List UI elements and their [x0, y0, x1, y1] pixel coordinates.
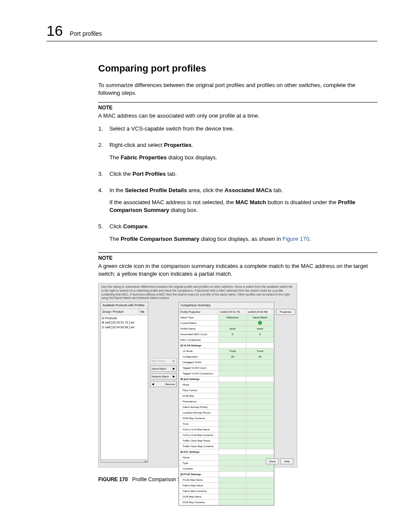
tree-row[interactable]: ⊞ sw0 [10.24.51.73 ] sw: [102, 320, 147, 325]
row-value-ref: samir: [219, 326, 246, 331]
step-number: 3.: [98, 170, 109, 182]
row-value-target: [246, 426, 274, 432]
arrow-left-icon: ◀: [152, 383, 154, 386]
chapter-title: Port profiles: [70, 30, 102, 37]
row-label: L2 Mode: [179, 348, 219, 354]
row-label: Tagged VLAN Comparison: [179, 370, 219, 376]
row-label: Precedence: [179, 398, 219, 404]
row-value-target: [246, 387, 274, 393]
row-label: Fabric Remap Priority: [179, 404, 219, 410]
step-list: 1.Select a VCS-capable switch from the d…: [98, 125, 377, 247]
step-number: 2.: [98, 141, 109, 165]
row-value-target: [246, 477, 274, 482]
row-value-target: [246, 365, 274, 370]
row-value-ref: [219, 432, 246, 438]
column-header[interactable]: sw0[10.24.60.58]: [246, 309, 274, 314]
row-value-ref: [219, 382, 246, 387]
note-rule: [98, 102, 377, 103]
row-label: Overall Match: [179, 320, 219, 326]
row-label: Tagged VLAN Count: [179, 365, 219, 370]
tree-body[interactable]: ⊟ Products ⊞ sw0 [10.24.51.73 ] sw ⊡ sw0…: [101, 315, 148, 459]
row-label: ⊟ QoS Settings: [179, 376, 219, 382]
tree-row[interactable]: ⊟ Products: [102, 316, 147, 321]
note-label: NOTE: [98, 104, 377, 112]
row-value-target: [246, 482, 274, 488]
close-button[interactable]: Close: [266, 458, 279, 464]
row-value-target: [246, 466, 274, 471]
note-text: A MAC address can be associated with onl…: [98, 112, 377, 120]
row-label: Configuration: [179, 354, 219, 359]
chapter-number: 16: [47, 22, 63, 39]
body-content: Comparing port profiles To summarize dif…: [98, 62, 377, 483]
row-value-ref: [219, 477, 246, 482]
arrow-right-icon: ▶: [173, 367, 175, 370]
column-header[interactable]: sw0[10.24.51.73]: [219, 309, 246, 314]
step-text: Right-click and select Properties.: [109, 141, 377, 149]
row-value-ref: [219, 387, 246, 393]
row-label: CoS to CoS Map Name: [179, 426, 219, 432]
row-value-target: [246, 499, 274, 505]
row-value-ref: [219, 421, 246, 426]
row-label: Flow Control: [179, 387, 219, 393]
row-value-target: [246, 471, 274, 477]
arrow-right-icon: ▶: [173, 375, 175, 378]
row-value-target: [246, 382, 274, 387]
row-value-ref: [219, 482, 246, 488]
row-value-ref: [219, 359, 246, 365]
dialog-description: Use this dialog to summarize differences…: [99, 283, 297, 302]
row-label: Untagged VLAN: [179, 359, 219, 365]
tree-row[interactable]: ⊡ sw0 [10.24.60.58 ] sw: [102, 325, 147, 330]
row-value-target: [246, 370, 274, 376]
row-value-target: [246, 359, 274, 365]
row-value-ref: [219, 471, 246, 477]
tree-col-header[interactable]: Na: [139, 309, 148, 315]
row-value-ref: Trunk: [219, 348, 246, 354]
row-value-target: samir: [246, 326, 274, 331]
column-header[interactable]: Profile Properties: [179, 309, 219, 314]
row-value-ref: [219, 488, 246, 494]
row-value-ref: [219, 376, 246, 382]
row-value-ref: [219, 426, 246, 432]
row-value-target: [246, 449, 274, 454]
step-text: Select a VCS-capable switch from the dev…: [109, 125, 377, 133]
row-label: ⊟ ACL Settings: [179, 449, 219, 454]
row-value-ref: [219, 443, 246, 449]
match-ok-icon: [258, 321, 262, 325]
available-products-panel: Available Products with Profiles Group /…: [100, 302, 148, 463]
row-value-target: [246, 342, 274, 348]
properties-button[interactable]: Properties: [276, 309, 295, 315]
row-value-target: [246, 376, 274, 382]
row-value-ref: [219, 410, 246, 415]
row-value-target: [246, 438, 274, 443]
row-label: DCB Map Contents: [179, 415, 219, 421]
remove-button[interactable]: ◀Remove: [150, 381, 177, 387]
row-value-target: [246, 410, 274, 415]
row-label: Fabric Map Name: [179, 482, 219, 488]
row-label: Traffic Class Map Name: [179, 438, 219, 443]
row-value-target: [246, 404, 274, 410]
comparison-table: Profile Properties sw0[10.24.51.73] sw0[…: [179, 309, 274, 505]
help-button[interactable]: Help: [280, 458, 293, 464]
row-value-ref: [219, 415, 246, 421]
row-value-ref: [219, 454, 246, 460]
row-label: Fabric Map Contents: [179, 488, 219, 494]
comparison-summary-panel: Comparison Summary Profile Properties sw…: [178, 302, 274, 506]
step-number: 4.: [98, 187, 109, 219]
panel-title: Available Products with Profiles: [101, 302, 148, 309]
row-value-target: [246, 432, 274, 438]
tree-col-header[interactable]: Group / Product: [101, 309, 139, 315]
row-label: MAC Comparison: [179, 337, 219, 342]
row-value-target: 0: [246, 331, 274, 337]
row-label: Name: [179, 454, 219, 460]
row-value-ref: [219, 370, 246, 376]
network-match-button[interactable]: Network Match▶: [150, 373, 177, 380]
scrollbar[interactable]: [101, 459, 148, 462]
figure-link[interactable]: Figure 170: [283, 236, 309, 242]
row-label: Match Type: [179, 314, 219, 320]
row-label: DCB Map Name: [179, 494, 219, 499]
row-value-target: [246, 337, 274, 342]
name-match-button[interactable]: Name Match▶: [150, 366, 177, 372]
row-value-ref: [219, 460, 246, 466]
step-text: Click the Port Profiles tab.: [109, 170, 377, 178]
row-value-ref: [219, 449, 246, 454]
